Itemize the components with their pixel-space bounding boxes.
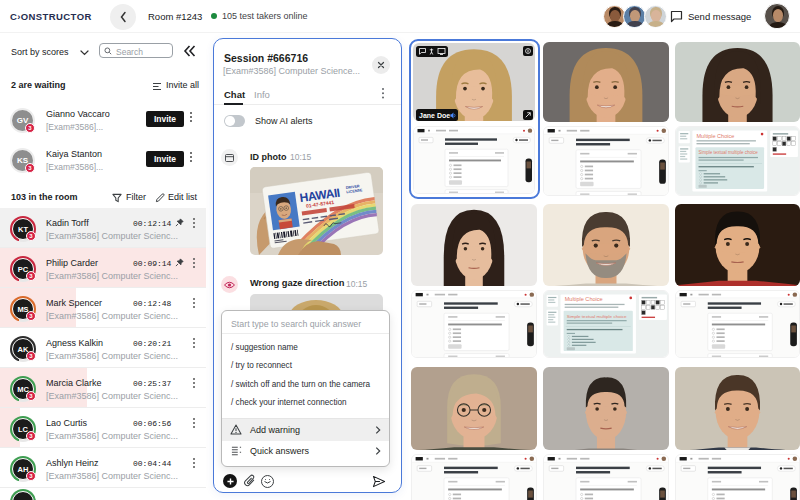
svg-text:Simple textual multiple choice: Simple textual multiple choice	[699, 150, 759, 155]
svg-text:Simple textual multiple choice: Simple textual multiple choice	[567, 314, 627, 319]
svg-text:Multiple Choice: Multiple Choice	[696, 133, 734, 139]
svg-text:Multiple Choice: Multiple Choice	[565, 296, 603, 302]
